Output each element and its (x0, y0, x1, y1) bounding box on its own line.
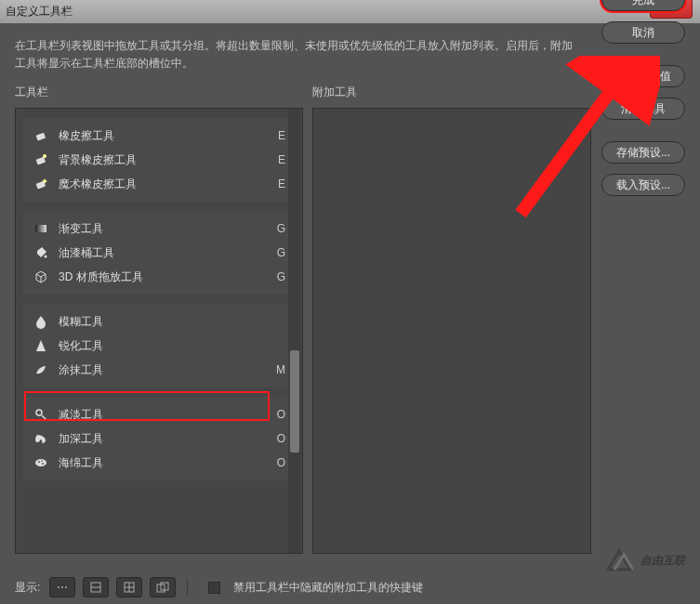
tool-group: 减淡工具O加深工具O海绵工具O (23, 397, 295, 480)
footer-grid2-button[interactable] (116, 577, 142, 597)
tool-shortcut: O (269, 456, 285, 469)
tool-label: 3D 材质拖放工具 (59, 269, 269, 285)
tool-row[interactable]: 海绵工具O (27, 451, 291, 475)
tool-label: 模糊工具 (59, 314, 269, 330)
tool-shortcut: O (269, 432, 285, 445)
tool-shortcut: E (269, 153, 285, 166)
smudge-icon (33, 361, 49, 378)
tool-row[interactable]: 减淡工具O (27, 402, 291, 427)
tool-shortcut: E (269, 177, 285, 190)
tool-row[interactable]: 加深工具O (27, 427, 291, 451)
tool-row[interactable]: 涂抹工具M (27, 358, 291, 382)
sponge-icon (33, 454, 49, 471)
tool-row[interactable]: 橡皮擦工具E (27, 124, 291, 148)
tool-label: 魔术橡皮擦工具 (59, 177, 269, 192)
tool-row[interactable]: 背景橡皮擦工具E (27, 148, 291, 172)
tool-row[interactable]: 模糊工具 (27, 309, 291, 334)
svg-point-10 (42, 463, 44, 465)
footer-grid1-button[interactable] (83, 577, 109, 597)
titlebar: 自定义工具栏 × (0, 0, 700, 24)
show-label: 显示: (15, 580, 40, 596)
tool-label: 油漆桶工具 (59, 245, 269, 261)
tool-shortcut: G (269, 270, 285, 283)
disable-shortcuts-checkbox[interactable] (208, 582, 220, 594)
tool-label: 渐变工具 (59, 221, 269, 237)
tool-shortcut: M (269, 363, 285, 376)
3d-icon (33, 269, 49, 285)
tool-row[interactable]: 渐变工具G (27, 217, 291, 241)
tool-label: 涂抹工具 (59, 362, 269, 378)
watermark-icon (605, 546, 633, 574)
blur-icon (33, 313, 49, 330)
svg-point-11 (41, 460, 43, 462)
burn-icon (33, 430, 49, 447)
annotation-arrow (511, 56, 660, 223)
tool-row[interactable]: 锐化工具 (27, 334, 291, 358)
svg-point-2 (43, 154, 46, 158)
tool-label: 海绵工具 (59, 455, 269, 471)
tool-label: 背景橡皮擦工具 (59, 152, 269, 168)
footer-dots-button[interactable]: ⋯ (49, 577, 75, 597)
dodge-icon (33, 406, 49, 423)
tool-group: 模糊工具锐化工具涂抹工具M (23, 304, 295, 387)
bucket-icon (33, 244, 49, 261)
tool-group: 橡皮擦工具E背景橡皮擦工具E魔术橡皮擦工具E (23, 118, 295, 202)
tool-shortcut: E (269, 129, 285, 142)
tool-group: 渐变工具G油漆桶工具G3D 材质拖放工具G (23, 211, 295, 295)
gradient-icon (33, 220, 49, 237)
done-button[interactable]: 完成 (601, 0, 685, 11)
svg-line-12 (521, 74, 623, 214)
cancel-button[interactable]: 取消 (601, 21, 685, 44)
svg-line-7 (42, 415, 46, 420)
footer: 显示: ⋯ 禁用工具栏中隐藏的附加工具的快捷键 (0, 571, 700, 604)
tool-row[interactable]: 3D 材质拖放工具G (27, 265, 291, 289)
toolbar-list-panel[interactable]: 橡皮擦工具E背景橡皮擦工具E魔术橡皮擦工具E渐变工具G油漆桶工具G3D 材质拖放… (15, 108, 303, 554)
svg-point-6 (36, 410, 42, 415)
instructions-text: 在工具栏列表视图中拖放工具或其分组。将超出数量限制、未使用或优先级低的工具放入附… (15, 37, 582, 72)
tool-label: 锐化工具 (59, 338, 269, 354)
tool-label: 橡皮擦工具 (59, 128, 269, 144)
tool-shortcut: O (269, 408, 285, 421)
tool-label: 减淡工具 (59, 407, 269, 423)
svg-point-5 (45, 256, 47, 258)
watermark: 自由互联 (605, 546, 685, 574)
dialog-title: 自定义工具栏 (6, 4, 73, 20)
footer-overlap-button[interactable] (150, 577, 176, 597)
bg-eraser-icon (33, 151, 49, 168)
svg-point-8 (35, 459, 46, 466)
tool-shortcut: G (269, 222, 285, 235)
svg-rect-4 (35, 225, 46, 232)
svg-rect-0 (36, 133, 46, 141)
tool-shortcut: G (269, 246, 285, 259)
scrollbar[interactable] (288, 109, 301, 553)
tool-row[interactable]: 魔术橡皮擦工具E (27, 172, 291, 196)
tool-label: 加深工具 (59, 431, 269, 447)
svg-point-9 (38, 461, 40, 463)
scroll-thumb[interactable] (290, 350, 299, 453)
sharpen-icon (33, 337, 49, 354)
eraser-icon (33, 127, 49, 144)
disable-shortcuts-label: 禁用工具栏中隐藏的附加工具的快捷键 (233, 580, 423, 596)
tool-row[interactable]: 油漆桶工具G (27, 241, 291, 265)
svg-rect-1 (36, 157, 46, 165)
magic-eraser-icon (33, 176, 49, 192)
toolbar-list-title: 工具栏 (15, 85, 303, 100)
